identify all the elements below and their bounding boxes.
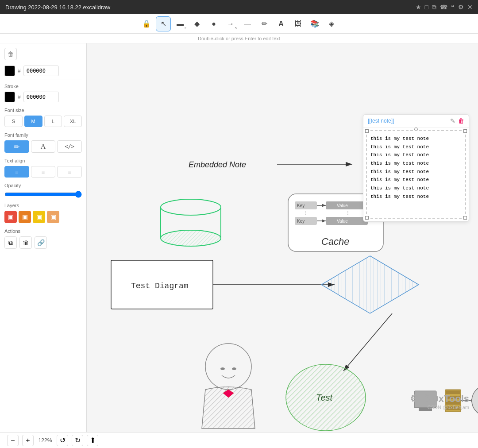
layer-btn-3[interactable]: ▣ (33, 211, 45, 223)
font-size-s[interactable]: S (4, 116, 23, 127)
stroke-swatch[interactable] (4, 92, 15, 102)
delete-button[interactable]: 🗑 (4, 48, 17, 60)
opacity-section: Opacity (4, 183, 82, 199)
duplicate-icon[interactable]: ⧉ (432, 4, 436, 11)
layer-btn-1[interactable]: ▣ (4, 211, 17, 223)
stroke-label: Stroke (4, 84, 82, 89)
svg-point-12 (220, 367, 225, 370)
tool-image[interactable]: 🖼 (290, 16, 305, 31)
hint-text: Double-click or press Enter to edit text (198, 36, 280, 41)
svg-text:Value: Value (337, 203, 348, 208)
font-size-l[interactable]: L (44, 116, 62, 127)
note-line-7: this is my test note (370, 184, 462, 193)
embedded-note-body: this is my test note this is my test not… (366, 130, 466, 219)
note-edit-button[interactable]: ✎ (450, 117, 455, 124)
note-delete-button[interactable]: 🗑 (458, 117, 464, 124)
tool-lock[interactable]: 🔒 (139, 16, 154, 31)
settings-icon[interactable]: ⚙ (458, 4, 464, 11)
quote-icon[interactable]: ❝ (451, 4, 455, 11)
font-size-section: Font size S M L XL (4, 108, 82, 127)
font-family-normal[interactable]: A (31, 140, 56, 153)
note-line-8: this is my test note (370, 193, 462, 201)
text-align-right[interactable]: ≡ (57, 166, 82, 178)
note-line-6: this is my test note (370, 176, 462, 184)
action-link[interactable]: 🔗 (35, 236, 47, 249)
phone-icon[interactable]: ☎ (440, 4, 447, 11)
embedded-note-panel: [[test note]] ✎ 🗑 this is my test note t… (363, 114, 469, 222)
tool-library[interactable]: 📚 (307, 16, 322, 31)
stroke-section: Stroke # (4, 84, 82, 102)
note-line-1: this is my test note (370, 135, 462, 143)
font-family-code[interactable]: </> (57, 140, 82, 153)
text-align-row: ≡ ≡ ≡ (4, 166, 82, 178)
actions-section: Actions ⧉ 🗑 🔗 (4, 228, 82, 249)
svg-text:Key: Key (297, 219, 305, 224)
tool-diamond[interactable]: ◆ (189, 16, 204, 31)
title-bar: Drawing 2022-08-29 16.18.22.excalidraw ★… (0, 0, 478, 14)
font-size-m[interactable]: M (24, 116, 42, 127)
stroke-input[interactable] (23, 92, 59, 102)
tool-arrow[interactable]: →5 (223, 16, 238, 31)
title-bar-controls: ★ □ ⧉ ☎ ❝ ⚙ ✕ (416, 4, 473, 11)
font-family-section: Font family ✏ A </> (4, 132, 82, 153)
embedded-note-actions: ✎ 🗑 (450, 117, 464, 124)
zoom-level: 122% (37, 437, 53, 444)
actions-label: Actions (4, 228, 82, 234)
window-icon[interactable]: □ (425, 4, 428, 11)
opacity-label: Opacity (4, 183, 82, 188)
action-delete[interactable]: 🗑 (19, 236, 32, 249)
tool-pencil[interactable]: ✏ (257, 16, 272, 31)
tool-rectangle[interactable]: ▬2 (173, 16, 188, 31)
test-diagram-label: Test Diagram (131, 282, 189, 290)
layers-row: ▣ ▣ ▣ ▣ (4, 211, 82, 223)
cylinder-fill (161, 230, 221, 246)
canvas-svg: Embedded Note Key Value Key (87, 43, 478, 432)
svg-line-10 (343, 313, 392, 371)
text-align-center[interactable]: ≡ (31, 166, 56, 178)
svg-point-13 (232, 367, 236, 370)
hint-bar: Double-click or press Enter to edit text (0, 34, 478, 43)
sidebar-delete-section: 🗑 (4, 48, 82, 60)
color-swatch[interactable] (4, 66, 15, 76)
cylinder-top (161, 199, 221, 215)
star-icon[interactable]: ★ (416, 4, 421, 11)
svg-text:Cache: Cache (321, 236, 350, 247)
window-title: Drawing 2022-08-29 16.18.22.excalidraw (5, 4, 110, 11)
tool-select[interactable]: ↖ (156, 16, 171, 31)
tool-line[interactable]: — (240, 16, 255, 31)
color-input[interactable] (23, 66, 59, 76)
embedded-note-text: Embedded Note (189, 160, 246, 169)
zoom-plus-button[interactable]: + (22, 435, 34, 446)
font-size-row: S M L XL (4, 116, 82, 127)
hash-symbol: # (18, 68, 21, 74)
note-line-2: this is my test note (370, 143, 462, 151)
layer-btn-2[interactable]: ▣ (19, 211, 31, 223)
bottom-bar: − + 122% ↺ ↻ ⬆ (0, 432, 478, 448)
note-line-5: this is my test note (370, 168, 462, 176)
layers-section: Layers ▣ ▣ ▣ ▣ (4, 203, 82, 223)
zoom-minus-button[interactable]: − (7, 435, 19, 446)
font-size-xl[interactable]: XL (64, 116, 82, 127)
export-button[interactable]: ⬆ (87, 435, 98, 446)
diamond-shape (321, 256, 419, 313)
brand-logo: ⚙ ⚙ 0xTools (410, 393, 469, 405)
canvas-area[interactable]: Embedded Note Key Value Key (87, 43, 478, 432)
action-copy[interactable]: ⧉ (4, 236, 17, 249)
undo-button[interactable]: ↺ (57, 435, 68, 446)
toolbar: 🔒 ↖ ▬2 ◆ ● →5 — ✏ A 🖼 📚 ◈ (0, 14, 478, 34)
text-align-left[interactable]: ≡ (4, 166, 29, 178)
font-family-handwriting[interactable]: ✏ (4, 140, 29, 153)
sidebar: 🗑 # Stroke # Font size S M L XL (0, 43, 87, 432)
close-icon[interactable]: ✕ (467, 4, 473, 11)
tool-text[interactable]: A (274, 16, 289, 31)
tool-ellipse[interactable]: ● (206, 16, 221, 31)
color-row: # (4, 66, 82, 76)
note-line-4: this is my test note (370, 159, 462, 168)
opacity-slider[interactable] (4, 191, 82, 198)
redo-button[interactable]: ↻ (72, 435, 83, 446)
watermark: ⚙ ⚙ 0xTools CSDN @0xBenjam (410, 393, 469, 410)
layer-btn-4[interactable]: ▣ (47, 211, 59, 223)
credit-text: CSDN @0xBenjam (410, 405, 469, 410)
font-family-row: ✏ A </> (4, 140, 82, 153)
tool-eraser[interactable]: ◈ (324, 16, 339, 31)
